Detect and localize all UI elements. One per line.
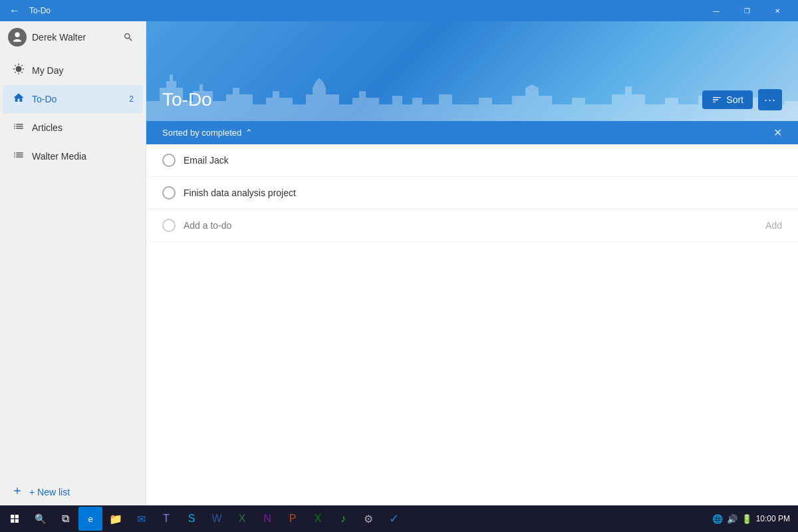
sidebar-item-my-day[interactable]: My Day xyxy=(3,57,143,84)
sidebar-item-to-do-label: To-Do xyxy=(32,94,57,104)
sidebar-item-articles[interactable]: Articles xyxy=(3,114,143,142)
start-button[interactable] xyxy=(3,507,27,531)
sidebar: Derek Walter My Day xyxy=(0,21,146,505)
sidebar-item-my-day-label: My Day xyxy=(32,65,63,76)
minimize-button[interactable]: — xyxy=(701,0,732,21)
task-item[interactable]: Email Jack xyxy=(146,144,798,177)
main-title: To-Do xyxy=(162,89,212,110)
new-list-button[interactable]: + New list xyxy=(3,479,143,505)
sort-button[interactable]: Sort xyxy=(702,90,753,109)
sorted-bar-content: Sorted by completed ⌃ xyxy=(162,128,253,138)
list-icon-2 xyxy=(12,149,25,164)
files-icon[interactable]: 📁 xyxy=(104,507,128,531)
svg-rect-3 xyxy=(15,519,19,523)
sidebar-item-to-do[interactable]: To-Do 2 xyxy=(3,85,143,113)
svg-rect-2 xyxy=(11,519,14,523)
avatar xyxy=(8,28,27,47)
sun-icon xyxy=(12,63,25,78)
volume-icon[interactable]: 🔊 xyxy=(727,514,737,524)
settings-icon[interactable]: ⚙ xyxy=(356,507,380,531)
task-checkbox-2[interactable] xyxy=(162,186,176,200)
back-button[interactable]: ← xyxy=(5,1,24,20)
list-icon xyxy=(12,120,25,135)
network-icon[interactable]: 🌐 xyxy=(712,514,723,524)
user-name: Derek Walter xyxy=(32,32,86,43)
sidebar-nav: My Day To-Do 2 Articles xyxy=(0,53,146,478)
mail-icon[interactable]: ✉ xyxy=(129,507,153,531)
time-display: 10:00 PM xyxy=(756,514,790,523)
sorted-bar-close-button[interactable]: ✕ xyxy=(773,126,782,139)
task-text-1: Email Jack xyxy=(184,155,229,166)
svg-rect-1 xyxy=(15,515,19,518)
restore-button[interactable]: ❐ xyxy=(732,0,762,21)
user-profile[interactable]: Derek Walter xyxy=(8,28,86,47)
task-view-button[interactable]: ⧉ xyxy=(53,507,77,531)
add-task-button[interactable]: Add xyxy=(765,220,782,231)
ellipsis-icon: ··· xyxy=(764,93,776,107)
task-item[interactable]: Finish data analysis project xyxy=(146,177,798,209)
search-taskbar-button[interactable]: 🔍 xyxy=(28,507,52,531)
window-controls: — ❐ ✕ xyxy=(701,0,793,21)
sort-label: Sort xyxy=(726,94,743,105)
xbox-icon[interactable]: X xyxy=(306,507,330,531)
taskbar-right: 🌐 🔊 🔋 10:00 PM xyxy=(712,514,795,524)
main-content: To-Do Sort ··· Sorted by completed ⌃ ✕ xyxy=(146,21,798,505)
to-do-badge: 2 xyxy=(129,94,134,104)
spotify-icon[interactable]: ♪ xyxy=(331,507,355,531)
app-body: Derek Walter My Day xyxy=(0,21,798,505)
sorted-bar: Sorted by completed ⌃ ✕ xyxy=(146,121,798,144)
title-bar: ← To-Do — ❐ ✕ xyxy=(0,0,798,21)
add-task-circle xyxy=(162,219,176,232)
more-button[interactable]: ··· xyxy=(758,89,782,110)
hero-header: To-Do Sort ··· xyxy=(146,21,798,121)
task-text-2: Finish data analysis project xyxy=(184,188,296,198)
sidebar-item-articles-label: Articles xyxy=(32,122,63,133)
edge-icon[interactable]: e xyxy=(78,507,102,531)
sidebar-header: Derek Walter xyxy=(0,21,146,53)
close-button[interactable]: ✕ xyxy=(762,0,793,21)
home-icon xyxy=(12,92,25,106)
new-list-label: + New list xyxy=(29,487,70,497)
system-time: 10:00 PM xyxy=(756,514,790,523)
skyline-decoration xyxy=(146,68,798,121)
title-bar-title: To-Do xyxy=(29,6,51,15)
teams-icon[interactable]: T xyxy=(154,507,178,531)
sidebar-item-walter-media[interactable]: Walter Media xyxy=(3,142,143,170)
todo-taskbar-icon[interactable]: ✓ xyxy=(382,507,406,531)
hero-actions: Sort ··· xyxy=(702,89,782,110)
excel-icon[interactable]: X xyxy=(230,507,254,531)
skype-icon[interactable]: S xyxy=(180,507,203,531)
search-button[interactable] xyxy=(119,28,138,47)
word-icon[interactable]: W xyxy=(205,507,229,531)
plus-icon xyxy=(12,485,23,498)
taskbar-left: 🔍 ⧉ e 📁 ✉ T S W X N P X ♪ ⚙ ✓ xyxy=(3,507,406,531)
onenote-icon[interactable]: N xyxy=(255,507,279,531)
task-checkbox-1[interactable] xyxy=(162,154,176,167)
sorted-bar-text: Sorted by completed xyxy=(162,128,241,138)
sort-icon xyxy=(712,94,722,105)
sidebar-item-walter-media-label: Walter Media xyxy=(32,151,86,162)
chevron-icon: ⌃ xyxy=(245,128,253,138)
battery-icon[interactable]: 🔋 xyxy=(741,514,752,524)
add-task-input[interactable] xyxy=(184,220,757,231)
taskbar: 🔍 ⧉ e 📁 ✉ T S W X N P X ♪ ⚙ ✓ 🌐 🔊 🔋 10:0… xyxy=(0,505,798,532)
powerpoint-icon[interactable]: P xyxy=(281,507,305,531)
add-task-row: Add xyxy=(146,209,798,242)
tasks-container: Email Jack Finish data analysis project … xyxy=(146,144,798,505)
svg-rect-0 xyxy=(11,515,14,518)
